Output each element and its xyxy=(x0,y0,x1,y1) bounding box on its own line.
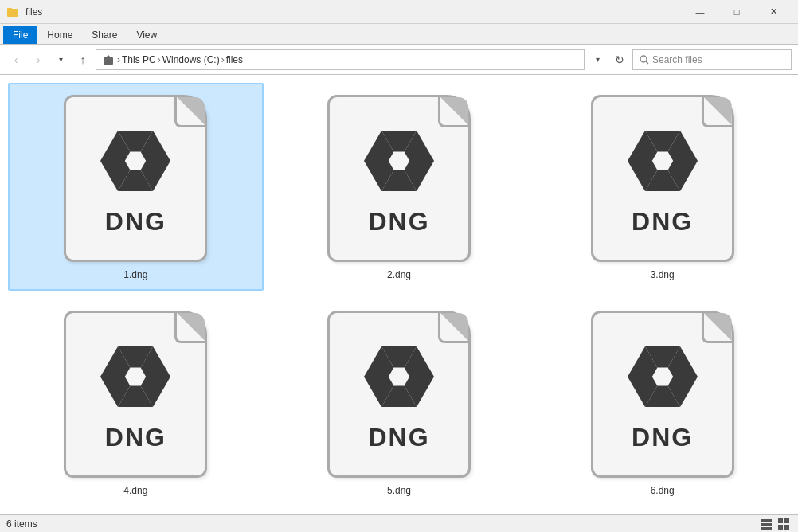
search-placeholder: Search files xyxy=(652,54,702,65)
file-item[interactable]: DNG 4.dng xyxy=(8,299,264,507)
file-item[interactable]: DNG 3.dng xyxy=(534,83,790,291)
file-grid: DNG 1.dng DNG 2.dng DNG 3.dng xyxy=(0,75,798,514)
file-type-label: DNG xyxy=(368,207,429,237)
forward-button[interactable]: › xyxy=(29,50,48,69)
folder-icon xyxy=(6,6,19,18)
dng-icon: DNG xyxy=(319,91,479,266)
maximize-button[interactable]: □ xyxy=(718,0,755,24)
file-type-label: DNG xyxy=(632,423,693,452)
tab-view[interactable]: View xyxy=(127,26,166,44)
title-bar: files — □ ✕ xyxy=(0,0,798,24)
file-type-label: DNG xyxy=(632,207,693,237)
search-icon xyxy=(640,55,649,65)
recent-locations-button[interactable]: ▾ xyxy=(51,50,70,69)
address-bar: ‹ › ▾ ↑ › This PC › Windows (C:) › files… xyxy=(0,45,798,75)
aperture-icon xyxy=(623,337,702,417)
file-doc-shape: DNG xyxy=(327,95,471,262)
file-doc-shape: DNG xyxy=(64,311,207,478)
svg-rect-7 xyxy=(761,523,772,526)
tab-file[interactable]: File xyxy=(3,26,37,44)
file-doc-shape: DNG xyxy=(591,311,734,478)
minimize-button[interactable]: — xyxy=(682,0,718,24)
file-item[interactable]: DNG 6.dng xyxy=(534,299,790,507)
file-name-label: 3.dng xyxy=(651,269,675,280)
file-item[interactable]: DNG 5.dng xyxy=(272,299,527,507)
refresh-button[interactable]: ↻ xyxy=(610,50,629,69)
file-item[interactable]: DNG 1.dng xyxy=(8,83,264,291)
up-button[interactable]: ↑ xyxy=(73,50,92,69)
path-home xyxy=(103,53,115,65)
svg-rect-0 xyxy=(7,9,18,17)
title-buttons: — □ ✕ xyxy=(682,0,792,24)
file-name-label: 4.dng xyxy=(123,485,147,496)
svg-rect-10 xyxy=(784,518,789,523)
file-item[interactable]: DNG 2.dng xyxy=(272,83,527,291)
ribbon-tabs: File Home Share View xyxy=(0,24,798,45)
title-icons xyxy=(6,6,19,18)
aperture-icon xyxy=(359,337,439,417)
aperture-icon xyxy=(96,121,175,201)
svg-rect-12 xyxy=(784,525,789,530)
view-toggle xyxy=(758,516,792,532)
aperture-icon xyxy=(623,121,702,201)
details-view-button[interactable] xyxy=(758,516,774,532)
file-doc-shape: DNG xyxy=(591,95,734,262)
large-icons-view-button[interactable] xyxy=(776,516,792,532)
file-doc-shape: DNG xyxy=(327,311,471,478)
aperture-icon xyxy=(96,337,175,417)
back-button[interactable]: ‹ xyxy=(6,50,25,69)
dng-icon: DNG xyxy=(583,307,742,482)
svg-rect-6 xyxy=(761,519,772,522)
file-type-label: DNG xyxy=(368,423,429,452)
file-type-label: DNG xyxy=(105,423,166,452)
dng-icon: DNG xyxy=(56,91,215,266)
dng-icon: DNG xyxy=(583,91,742,266)
window-title: files xyxy=(25,6,675,18)
search-box[interactable]: Search files xyxy=(632,49,792,70)
close-button[interactable]: ✕ xyxy=(755,0,792,24)
path-thispc: This PC xyxy=(122,54,156,65)
item-count: 6 items xyxy=(6,518,37,530)
aperture-icon xyxy=(359,121,439,201)
svg-rect-11 xyxy=(778,525,783,530)
svg-rect-1 xyxy=(7,8,12,10)
dng-icon: DNG xyxy=(56,307,215,482)
file-name-label: 2.dng xyxy=(387,269,411,280)
svg-point-4 xyxy=(640,56,647,62)
svg-rect-8 xyxy=(761,527,772,530)
address-path[interactable]: › This PC › Windows (C:) › files xyxy=(96,49,585,70)
file-name-label: 6.dng xyxy=(651,485,675,496)
dropdown-button[interactable]: ▾ xyxy=(588,50,607,69)
file-name-label: 5.dng xyxy=(387,485,411,496)
tab-share[interactable]: Share xyxy=(82,26,127,44)
path-folder: files xyxy=(226,54,243,65)
main-area: DNG 1.dng DNG 2.dng DNG 3.dng xyxy=(0,75,798,514)
file-name-label: 1.dng xyxy=(123,269,147,280)
svg-rect-9 xyxy=(778,518,783,523)
svg-line-5 xyxy=(646,61,648,64)
file-type-label: DNG xyxy=(105,207,166,237)
status-bar: 6 items xyxy=(0,514,798,532)
file-doc-shape: DNG xyxy=(64,95,207,262)
tab-home[interactable]: Home xyxy=(37,26,82,44)
path-drive: Windows (C:) xyxy=(162,54,220,65)
dng-icon: DNG xyxy=(319,307,479,482)
